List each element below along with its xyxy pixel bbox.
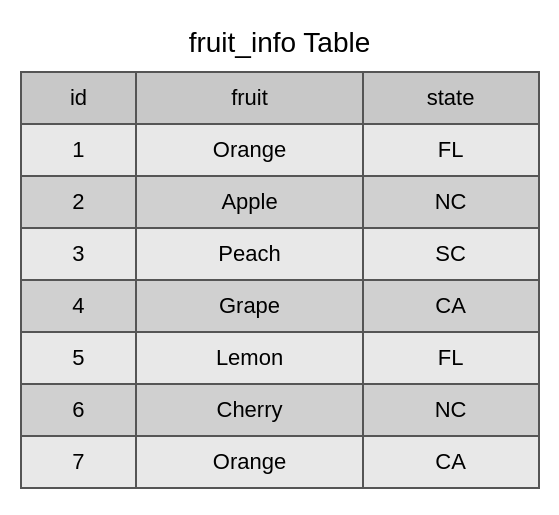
table-row: 4GrapeCA [21, 280, 539, 332]
table-row: 1OrangeFL [21, 124, 539, 176]
table-row: 2AppleNC [21, 176, 539, 228]
fruit-info-table: id fruit state 1OrangeFL2AppleNC3PeachSC… [20, 71, 540, 489]
table-title: fruit_info Table [189, 27, 371, 59]
col-header-state: state [363, 72, 539, 124]
main-container: fruit_info Table id fruit state 1OrangeF… [20, 27, 540, 489]
cell-fruit: Peach [136, 228, 362, 280]
cell-fruit: Cherry [136, 384, 362, 436]
cell-id: 6 [21, 384, 137, 436]
cell-id: 4 [21, 280, 137, 332]
cell-state: NC [363, 384, 539, 436]
col-header-fruit: fruit [136, 72, 362, 124]
table-row: 6CherryNC [21, 384, 539, 436]
cell-state: FL [363, 124, 539, 176]
cell-fruit: Lemon [136, 332, 362, 384]
cell-id: 1 [21, 124, 137, 176]
table-row: 3PeachSC [21, 228, 539, 280]
cell-fruit: Apple [136, 176, 362, 228]
table-row: 5LemonFL [21, 332, 539, 384]
table-header-row: id fruit state [21, 72, 539, 124]
cell-state: FL [363, 332, 539, 384]
cell-fruit: Grape [136, 280, 362, 332]
table-row: 7OrangeCA [21, 436, 539, 488]
cell-state: NC [363, 176, 539, 228]
cell-id: 3 [21, 228, 137, 280]
cell-state: CA [363, 436, 539, 488]
col-header-id: id [21, 72, 137, 124]
cell-id: 7 [21, 436, 137, 488]
cell-id: 2 [21, 176, 137, 228]
cell-state: SC [363, 228, 539, 280]
cell-state: CA [363, 280, 539, 332]
cell-fruit: Orange [136, 124, 362, 176]
cell-fruit: Orange [136, 436, 362, 488]
cell-id: 5 [21, 332, 137, 384]
